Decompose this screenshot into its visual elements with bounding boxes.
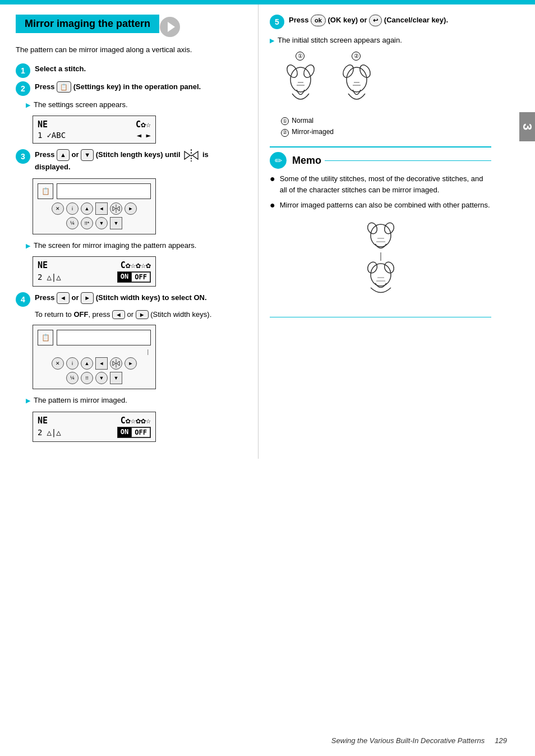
btn4-i: i (66, 357, 79, 370)
svg-point-21 (371, 224, 391, 247)
circle-1: ① (296, 52, 305, 61)
screen4-top-row: 📋 (38, 330, 151, 345)
step-2-row: 2 Press 📋 (Settings key) in the operatio… (16, 81, 242, 96)
screen-mockup-1: NE C✿☆ 1 ✓ABC ◄ ► (33, 116, 156, 144)
btn-right: ► (124, 202, 137, 215)
right-key-icon: ► (81, 292, 94, 304)
caption-2: ② Mirror-imaged (281, 126, 491, 137)
screen-buttons-row2: ¼ !!* ▼ ▼ (38, 217, 151, 229)
step-1-row: 1 Select a stitch. (16, 63, 242, 78)
left-key2-icon: ◄ (112, 310, 125, 319)
page-footer: Sewing the Various Built-In Decorative P… (331, 736, 507, 745)
memo-title-row: ✏ Memo (270, 152, 491, 169)
mirror-stitch-svg (337, 63, 376, 108)
btn-down2: ▼ (110, 217, 122, 229)
svg-point-18 (341, 63, 356, 79)
off-label-2: OFF (131, 427, 150, 437)
result-5-text: The initial stitch screen appears again. (278, 35, 402, 46)
step-4-subtext: To return to OFF, press ◄ or ► (Stitch w… (35, 310, 242, 319)
btn-up: ▲ (81, 202, 93, 215)
footer-text: Sewing the Various Built-In Decorative P… (331, 736, 485, 745)
top-bar (0, 0, 535, 4)
footer-page: 129 (495, 736, 507, 745)
screen4-display (57, 330, 151, 345)
step-5-row: 5 Press ok (OK key) or ↩ (Cancel/clear k… (270, 15, 491, 29)
step-4-text: Press ◄ or ► (Stitch width keys) to sele… (35, 292, 207, 304)
screen-mockup-3: NE C✿☆✿☆✿ 2 △|△ ONOFF (33, 256, 156, 287)
right-column: 5 Press ok (OK key) or ↩ (Cancel/clear k… (258, 4, 519, 459)
result-4: The pattern is mirror imaged. (26, 395, 242, 406)
title-arrow-icon (159, 16, 181, 38)
svg-point-26 (382, 261, 395, 275)
intro-text: The pattern can be mirror imaged along a… (16, 44, 242, 56)
svg-point-23 (382, 222, 395, 235)
memo-text-2: Mirror imaged patterns can also be combi… (280, 200, 490, 211)
result-5: The initial stitch screen appears again. (270, 35, 491, 46)
svg-point-11 (290, 67, 311, 92)
step-3-row: 3 Press ▲ or ▼ (Stitch length keys) unti… (16, 149, 242, 173)
svg-marker-4 (192, 151, 198, 159)
svg-point-17 (358, 63, 372, 79)
memo-icon: ✏ (270, 152, 287, 169)
section-title-row: Mirror imaging the pattern (16, 15, 242, 39)
btn4-x: ✕ (52, 357, 64, 370)
memo-box: ✏ Memo ● Some of the utility stitches, m… (270, 146, 491, 211)
bottom-divider (270, 317, 491, 317)
svg-point-27 (366, 261, 379, 275)
result-2-text: The settings screen appears. (34, 99, 128, 110)
step-4-circle: 4 (16, 292, 30, 307)
svg-marker-7 (117, 206, 119, 211)
down-key-icon: ▼ (81, 149, 94, 161)
result-3-text: The screen for mirror imaging the patter… (34, 240, 196, 251)
btn4-fraction: ¼ (66, 372, 79, 384)
btn-x: ✕ (52, 202, 64, 215)
on-label: ON (118, 272, 131, 282)
section-title: Mirror imaging the pattern (25, 18, 150, 29)
on-label-2: ON (118, 427, 131, 437)
memo-title: Memo (292, 155, 321, 167)
screen4-buttons-row1: ✕ i ▲ ◄ ► (38, 357, 151, 370)
btn4-down2: ▼ (110, 372, 122, 384)
svg-marker-10 (117, 361, 119, 366)
on-off-group: ONOFF (117, 271, 151, 283)
off-label: OFF (131, 272, 150, 282)
step-4-row: 4 Press ◄ or ► (Stitch width keys) to se… (16, 292, 242, 307)
step-2-text: Press 📋 (Settings key) in the operation … (35, 81, 201, 93)
caption-1: ① Normal (281, 115, 491, 126)
up-key-icon: ▲ (57, 149, 70, 161)
settings-key-icon: 📋 (57, 81, 71, 93)
btn4-dbl: !! (81, 372, 93, 384)
svg-marker-3 (185, 151, 190, 159)
screen4-buttons-row2: ¼ !! ▼ ▼ (38, 372, 151, 384)
btn-down: ▼ (95, 217, 108, 229)
mirror-btn-icon (112, 205, 120, 213)
section-title-box: Mirror imaging the pattern (16, 15, 159, 33)
memo-item-1: ● Some of the utility stitches, most of … (270, 173, 491, 195)
screen-mockup-5: NE C✿☆✿✿☆ 2 △|△ ONOFF (33, 412, 156, 442)
screen4-settings-icon: 📋 (38, 330, 53, 345)
memo-divider (325, 160, 491, 161)
memo-text-1: Some of the utility stitches, most of th… (280, 173, 491, 195)
screen-row2: 1 ✓ABC ◄ ► (38, 131, 151, 140)
step-5-circle: 5 (270, 15, 284, 29)
mirror-stitch-figure: ② (337, 52, 376, 109)
btn-i: i (66, 202, 79, 215)
on-off-group-2: ONOFF (117, 427, 151, 438)
normal-stitch-figure: ① (281, 52, 320, 109)
btn4-down: ▼ (95, 372, 108, 384)
step-3-circle: 3 (16, 149, 30, 164)
screen-settings-icon: 📋 (38, 183, 53, 199)
btn4-left-inner: ◄ (95, 357, 108, 370)
svg-point-16 (347, 67, 367, 92)
svg-marker-9 (113, 361, 116, 366)
step-2-circle: 2 (16, 81, 30, 96)
cancel-key-icon: ↩ (369, 15, 382, 26)
cursor-indicator: | (40, 349, 149, 355)
step-3-text: Press ▲ or ▼ (Stitch length keys) until … (35, 149, 242, 173)
ok-key-icon: ok (311, 15, 326, 26)
screen5-row1: NE C✿☆✿✿☆ (38, 416, 151, 426)
btn4-up: ▲ (81, 357, 93, 370)
combined-pattern-figure (270, 222, 491, 300)
screen5-row2: 2 △|△ ONOFF (38, 427, 151, 438)
btn-dbl: !!* (81, 217, 93, 229)
